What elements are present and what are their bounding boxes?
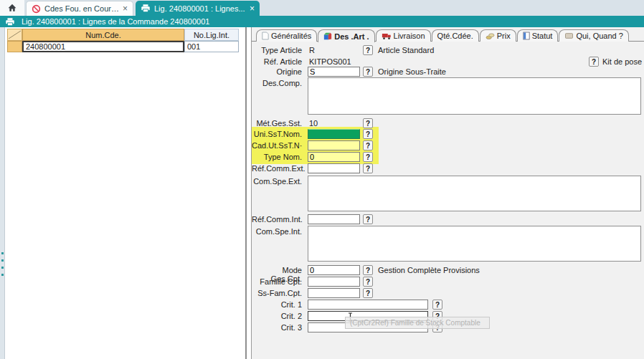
help-button[interactable]: ? [363,152,373,162]
window-title: Lig. 240800001 : Lignes de la Commande 2… [22,17,209,26]
tab-qui-quand[interactable]: Qui, Quand ? [559,29,628,42]
help-button[interactable]: ? [363,163,373,173]
field-row-com-spe-int: Com.Spe.Int. [252,226,644,262]
cad-ut-sst-n-input[interactable] [308,140,360,150]
field-note: Kit de pose 1 [602,57,644,66]
table-corner-cell[interactable] [7,29,22,41]
com-spe-ext-textarea[interactable] [308,176,641,211]
origine-input[interactable] [308,67,360,77]
help-button[interactable]: ? [363,277,373,287]
des-comp-textarea[interactable] [308,77,641,115]
type-nom-input[interactable] [308,152,360,162]
field-row-ref-comm-int: Réf.Comm.Int. ? [252,214,644,226]
table-cell-no-lig-int[interactable]: 001 [184,41,239,52]
tab-label: Prix [497,32,511,40]
crit-1-input[interactable] [308,300,428,310]
field-row-ref-comm-ext: Réf.Comm.Ext. ? [252,163,644,175]
com-spe-int-textarea[interactable] [308,226,641,262]
field-row-uni-sst-nom: Uni.SsT.Nom. ? [252,129,644,140]
help-button[interactable]: ? [363,265,373,275]
tab-qte-cdee[interactable]: Qté.Cdée. [432,29,479,42]
help-button[interactable]: ? [589,57,599,67]
field-row-ss-fam-cpt: Ss-Fam.Cpt. ? [252,288,644,300]
tab-des-art[interactable]: Des .Art . [318,29,374,42]
field-note: Article Standard [378,46,434,54]
field-row-cad-ut-sst-n: Cad.Ut.SsT.N· ? [252,140,644,152]
left-edge-strip[interactable] [0,27,5,359]
tab-label: Cdes Fou. en Cours : Co... [44,4,119,13]
field-value: R [309,46,315,54]
column-header-no-lig-int[interactable]: No.Lig.Int. [184,29,239,41]
field-label: Crit. 1 [252,300,302,309]
field-row-mode-ges-cpt: Mode Ges.Cpt. ? Gestion Complète Provisi… [252,265,644,277]
help-button[interactable]: ? [363,118,373,128]
tab-label: Lig. 240800001 : Lignes... [154,4,245,13]
cube-icon [323,32,332,41]
famille-cpt-input[interactable] [308,277,360,287]
field-value: 10 [309,119,318,128]
field-label: Réf.Comm.Ext. [252,164,302,173]
help-button[interactable]: ? [363,45,373,55]
field-row-des-comp: Des.Comp. [252,78,644,115]
tab-prix[interactable]: Prix [480,29,516,42]
printer-icon[interactable] [5,17,15,27]
blocked-icon [32,4,41,14]
field-row-crit-1: Crit. 1 ? [252,300,644,311]
browser-tab-bar: Cdes Fou. en Cours : Co... × Lig. 240800… [0,0,644,16]
order-lines-panel: Num.Cde. No.Lig.Int. 240800001 001 [5,27,247,359]
table-cell-num-cde[interactable]: 240800001 [22,41,184,52]
detail-tab-strip: Généralités Des .Art . Livraison Qté.Cdé… [256,29,630,42]
field-label: Des.Comp. [252,79,302,87]
help-button[interactable]: ? [363,67,373,77]
uni-sst-nom-input[interactable] [308,129,360,139]
field-row-origine: Origine ? Origine Sous-Traite [252,67,644,78]
field-row-famille-cpt: Famille Cpt. ? [252,277,644,288]
tab-label: Qui, Quand ? [576,32,622,40]
field-row-type-article: Type Article R ? Article Standard [252,45,644,57]
truck-icon [382,32,392,40]
field-label: Com.Spe.Int. [252,227,302,236]
ref-comm-ext-input[interactable] [308,163,360,173]
tab-cdes-fou-en-cours[interactable]: Cdes Fou. en Cours : Co... × [26,1,133,16]
ss-fam-cpt-input[interactable] [308,288,360,298]
field-row-com-spe-ext: Com.Spe.Ext. [252,176,644,212]
home-button[interactable] [0,0,24,16]
field-label: Origine [252,67,302,76]
field-label: Famille Cpt. [252,277,302,286]
field-label: Crit. 2 [252,312,302,320]
tab-livraison[interactable]: Livraison [376,29,431,42]
tooltip: (CptCr2Ref) Famille de Stock Comptable [345,317,490,329]
field-label: Crit. 3 [252,323,302,332]
app-window: Cdes Fou. en Cours : Co... × Lig. 240800… [0,0,644,359]
column-header-num-cde[interactable]: Num.Cde. [22,29,184,41]
field-label: Cad.Ut.SsT.N· [252,141,302,150]
field-note: Gestion Complète Provisions [378,266,480,274]
help-button[interactable]: ? [363,140,373,150]
tab-lig-240800001[interactable]: Lig. 240800001 : Lignes... × [136,1,260,16]
field-label: Com.Spe.Ext. [252,177,302,186]
ref-comm-int-input[interactable] [308,214,360,224]
field-note: Origine Sous-Traite [378,67,446,76]
field-row-met-ges-sst: Mét.Ges.Sst. 10 ? [252,118,644,130]
help-button[interactable]: ? [432,300,442,310]
coins-icon [486,32,495,40]
tab-generalites[interactable]: Généralités [256,29,317,42]
detail-panel: Généralités Des .Art . Livraison Qté.Cdé… [251,27,644,359]
close-icon[interactable]: × [250,4,255,13]
field-label: Uni.SsT.Nom. [252,130,302,138]
help-button[interactable]: ? [363,288,373,298]
field-label: Type Article [252,46,302,54]
row-selector[interactable] [7,41,22,52]
help-button[interactable]: ? [363,214,373,224]
tab-statut[interactable]: Statut [517,29,559,42]
field-label: Ss-Fam.Cpt. [252,289,302,297]
field-label: Mét.Ges.Sst. [252,119,302,128]
document-icon [523,32,530,40]
help-button[interactable]: ? [363,129,373,139]
field-row-type-nom: Type Nom. ? [252,152,644,163]
mode-ges-cpt-input[interactable] [308,265,360,275]
page-icon [262,32,269,40]
close-icon[interactable]: × [123,4,128,13]
tab-label: Statut [532,32,553,40]
home-icon [7,3,17,13]
